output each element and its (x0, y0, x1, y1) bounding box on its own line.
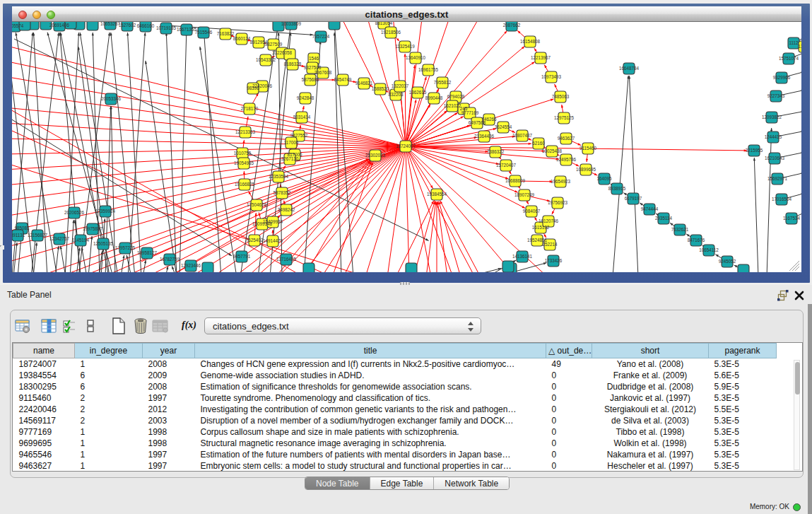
svg-text:16671355: 16671355 (177, 27, 197, 32)
svg-text:9457791: 9457791 (233, 254, 251, 259)
svg-text:15751074: 15751074 (779, 56, 799, 61)
svg-text:8471676: 8471676 (688, 238, 705, 243)
svg-text:19975887: 19975887 (83, 226, 103, 231)
svg-text:5878352: 5878352 (273, 190, 291, 195)
svg-text:7515546: 7515546 (195, 30, 213, 35)
svg-text:11325419: 11325419 (395, 44, 415, 49)
svg-text:7632621: 7632621 (671, 227, 689, 232)
svg-text:25302033: 25302033 (365, 153, 386, 158)
svg-text:9777169: 9777169 (461, 110, 479, 115)
svg-text:9115460: 9115460 (579, 146, 597, 151)
svg-text:20206526: 20206526 (64, 210, 85, 215)
svg-text:9329966: 9329966 (773, 75, 791, 80)
svg-text:10025438: 10025438 (542, 148, 563, 153)
svg-text:17504678: 17504678 (247, 202, 267, 207)
svg-text:15692971: 15692971 (767, 176, 788, 181)
svg-text:19654923: 19654923 (551, 179, 571, 184)
svg-text:12093822: 12093822 (762, 115, 782, 119)
svg-text:2935114: 2935114 (655, 216, 673, 221)
svg-text:10899695: 10899695 (576, 167, 596, 172)
svg-text:15720407: 15720407 (496, 163, 517, 168)
svg-text:1527602: 1527602 (119, 23, 136, 28)
svg-text:1322037: 1322037 (392, 83, 409, 88)
svg-text:20691406: 20691406 (49, 23, 70, 28)
svg-text:3498242: 3498242 (278, 207, 295, 212)
svg-text:10653287: 10653287 (100, 22, 121, 26)
svg-text:9327508: 9327508 (304, 65, 322, 70)
svg-text:14914479: 14914479 (263, 238, 283, 243)
svg-text:1244415: 1244415 (765, 134, 782, 139)
svg-text:9827509: 9827509 (265, 42, 283, 47)
svg-text:12156827: 12156827 (28, 233, 48, 238)
svg-text:1112: 1112 (789, 40, 799, 45)
svg-text:7625402: 7625402 (246, 238, 264, 243)
svg-text:6466160: 6466160 (137, 23, 155, 28)
svg-text:19166825: 19166825 (235, 182, 255, 187)
svg-text:18907249: 18907249 (514, 192, 535, 197)
svg-text:10719185: 10719185 (156, 25, 177, 30)
svg-text:252214: 252214 (542, 242, 558, 247)
svg-text:19054985: 19054985 (234, 160, 254, 165)
svg-text:13716485: 13716485 (276, 257, 297, 262)
svg-text:1546: 1546 (309, 56, 319, 61)
svg-text:7386322: 7386322 (487, 149, 505, 154)
svg-text:14136141: 14136141 (512, 254, 533, 259)
svg-text:10543362: 10543362 (256, 57, 276, 62)
svg-text:18724007: 18724007 (396, 144, 416, 148)
svg-text:9227343: 9227343 (767, 93, 785, 98)
svg-text:1621022: 1621022 (444, 103, 461, 108)
svg-text:12495786: 12495786 (556, 157, 577, 162)
svg-text:3267130: 3267130 (281, 156, 299, 161)
svg-text:2367608: 2367608 (314, 70, 332, 75)
svg-text:13640910: 13640910 (406, 55, 426, 60)
svg-text:7485063: 7485063 (552, 94, 570, 99)
svg-text:10973493: 10973493 (541, 74, 562, 79)
svg-text:8454749: 8454749 (334, 77, 352, 82)
svg-text:1145194: 1145194 (72, 238, 90, 243)
svg-text:12213363: 12213363 (235, 129, 256, 134)
svg-text:5875685: 5875685 (302, 77, 319, 82)
svg-text:9084067: 9084067 (523, 209, 541, 214)
svg-text:985081: 985081 (14, 226, 30, 230)
svg-text:2718170: 2718170 (241, 106, 259, 111)
svg-text:1167534: 1167534 (783, 216, 801, 221)
svg-text:12505135: 12505135 (93, 241, 114, 246)
svg-text:16033809: 16033809 (281, 22, 302, 26)
svg-text:20053346: 20053346 (101, 96, 122, 101)
svg-text:10807487: 10807487 (512, 133, 533, 138)
svg-text:1588520: 1588520 (372, 86, 389, 91)
svg-text:117006: 117006 (284, 140, 299, 145)
svg-text:9427552: 9427552 (290, 133, 308, 138)
svg-text:7163822: 7163822 (217, 31, 235, 36)
svg-text:98396: 98396 (247, 86, 259, 90)
svg-text:17359924: 17359924 (95, 209, 116, 214)
svg-text:7955812: 7955812 (434, 80, 452, 85)
svg-text:16210643: 16210643 (765, 156, 785, 160)
svg-text:164095: 164095 (596, 176, 612, 181)
svg-text:1733426: 1733426 (545, 258, 563, 263)
svg-text:12923446: 12923446 (181, 263, 201, 268)
svg-text:2087662: 2087662 (503, 23, 521, 28)
svg-text:16120746: 16120746 (539, 218, 559, 223)
svg-text:16648784: 16648784 (619, 66, 640, 71)
svg-text:21364436: 21364436 (474, 134, 495, 139)
svg-text:6794028: 6794028 (447, 94, 465, 99)
svg-text:9245052: 9245052 (719, 259, 736, 264)
svg-text:10688609: 10688609 (505, 178, 526, 183)
svg-text:832203: 832203 (388, 92, 404, 97)
svg-text:16782759: 16782759 (160, 257, 180, 262)
svg-text:3215955: 3215955 (746, 148, 763, 153)
svg-text:8031414: 8031414 (293, 115, 311, 119)
svg-text:1010755: 1010755 (234, 151, 252, 156)
svg-text:10958127: 10958127 (137, 250, 158, 255)
svg-text:12342757: 12342757 (49, 236, 70, 241)
svg-text:17016504: 17016504 (772, 197, 792, 201)
svg-text:19756923: 19756923 (548, 200, 568, 205)
svg-text:9242848: 9242848 (297, 95, 314, 100)
svg-text:6679197: 6679197 (625, 196, 642, 201)
svg-text:31226058: 31226058 (272, 50, 293, 55)
svg-text:3624554: 3624554 (495, 124, 512, 129)
svg-text:8813054: 8813054 (375, 22, 393, 25)
svg-text:1405574: 1405574 (12, 23, 24, 28)
svg-text:16154808: 16154808 (520, 39, 541, 44)
